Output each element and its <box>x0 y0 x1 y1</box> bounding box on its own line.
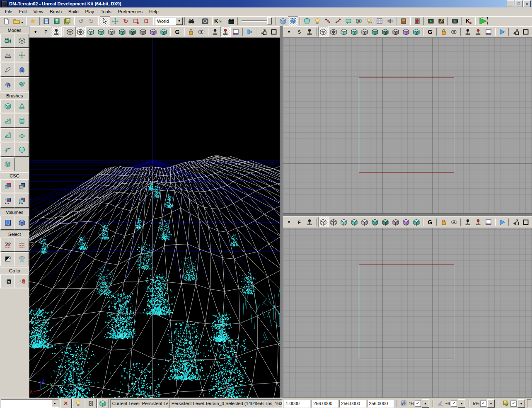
build-paths-button[interactable] <box>322 16 333 26</box>
audio-realtime-button[interactable] <box>220 27 231 37</box>
brush-polys-toggle-button[interactable] <box>278 16 288 26</box>
brush-wireframe-mode-button[interactable] <box>318 217 329 227</box>
lightbulb-status-button[interactable] <box>73 399 84 408</box>
combo-caret-icon[interactable]: ▼ <box>51 400 58 407</box>
invert-selection-button[interactable] <box>0 252 15 266</box>
light-complexity-mode-button[interactable] <box>380 217 391 227</box>
combo-caret-icon[interactable]: ▼ <box>176 17 183 25</box>
wireframe-mode-button[interactable] <box>75 27 86 37</box>
menu-tools[interactable]: Tools <box>97 8 115 15</box>
audio-realtime-button[interactable] <box>473 217 483 227</box>
draw-scale-field[interactable] <box>284 400 310 408</box>
csg-deintersect-button[interactable] <box>15 194 29 208</box>
wireframe-mode-button[interactable] <box>329 27 339 37</box>
geometry-edit-mode-button[interactable] <box>0 63 15 77</box>
save-all-button[interactable] <box>52 16 62 26</box>
cone-brush-button[interactable] <box>15 99 29 113</box>
menu-play[interactable]: Play <box>82 8 97 15</box>
drag-grid-checkbox[interactable]: ✓ <box>415 401 421 407</box>
game-view-button[interactable]: G <box>172 27 182 37</box>
draw-scale-z-field[interactable] <box>367 400 394 408</box>
csg-add-button[interactable] <box>0 179 15 193</box>
csg-intersect-button[interactable] <box>0 194 15 208</box>
publish-cook-button[interactable] <box>412 16 422 26</box>
status-combobox[interactable]: ▼ <box>1 399 59 408</box>
wireframe-mode-button[interactable] <box>329 217 339 227</box>
resize-viewport-button[interactable] <box>483 217 493 227</box>
build-geometry-button[interactable] <box>302 16 312 26</box>
save-map-button[interactable] <box>41 16 52 26</box>
viewport-type-label[interactable]: P <box>41 27 51 37</box>
menu-preferences[interactable]: Preferences <box>115 8 146 15</box>
matinee-button[interactable] <box>226 16 236 26</box>
scale-tool-button[interactable] <box>131 16 141 26</box>
game-view-button[interactable]: G <box>425 27 435 37</box>
front-viewport[interactable] <box>283 228 532 398</box>
camera-joystick-button[interactable] <box>210 27 220 37</box>
realtime-toggle-button[interactable] <box>51 27 61 37</box>
lightmap-density-mode-button[interactable] <box>158 27 169 37</box>
lit-mode-button[interactable] <box>349 217 360 227</box>
redo-button[interactable]: ↻ <box>86 16 97 26</box>
game-view-button[interactable]: G <box>425 217 435 227</box>
menu-brush[interactable]: Brush <box>46 8 65 15</box>
restore-button[interactable]: □ <box>515 0 522 7</box>
show-flags-button[interactable] <box>449 217 459 227</box>
lit-mode-button[interactable] <box>96 27 106 37</box>
menu-help[interactable]: Help <box>146 8 162 15</box>
find-actors-button[interactable] <box>186 16 197 26</box>
texture-density-mode-button[interactable] <box>138 27 148 37</box>
lighting-only-mode-button[interactable] <box>117 27 127 37</box>
save-copies-button[interactable] <box>62 16 73 26</box>
maximize-viewport-button[interactable] <box>268 27 279 37</box>
lighting-quality-button[interactable] <box>364 16 374 26</box>
brush-wireframe-mode-button[interactable] <box>318 27 329 37</box>
landscape-mode-button[interactable]: L <box>0 77 15 91</box>
rotate-tool-button[interactable]: ↻ <box>121 16 131 26</box>
draw-scale-y-field[interactable] <box>339 400 366 408</box>
undo-button[interactable]: ↺ <box>76 16 86 26</box>
red-x-status-button[interactable]: × <box>60 399 72 408</box>
unlit-mode-button[interactable] <box>339 27 349 37</box>
coordinate-system-combobox[interactable]: World▼ <box>155 17 183 25</box>
texture-density-mode-button[interactable] <box>391 27 401 37</box>
lightmap-density-mode-button[interactable] <box>411 217 421 227</box>
float-viewport-button[interactable] <box>510 217 521 227</box>
clear-paths-button[interactable] <box>353 16 364 26</box>
mesh-paint-mode-button[interactable] <box>15 63 29 77</box>
camera-joystick-button[interactable] <box>462 217 473 227</box>
minimize-button[interactable]: _ <box>507 0 514 7</box>
goto-builder-brush-button[interactable] <box>15 274 29 288</box>
build-ok-status-button[interactable]: ✓ <box>97 399 109 408</box>
camera-joystick-button[interactable] <box>462 27 473 37</box>
add-special-volume-button[interactable] <box>15 216 29 230</box>
lock-viewport-button[interactable] <box>186 27 196 37</box>
editor-preferences-button[interactable] <box>436 16 446 26</box>
camera-mode-button[interactable] <box>0 34 15 48</box>
new-map-button[interactable] <box>1 16 11 26</box>
lighting-only-mode-button[interactable] <box>370 217 380 227</box>
viewport-options-caret[interactable]: ▼ <box>284 217 294 227</box>
menu-view[interactable]: View <box>30 8 47 15</box>
vertical-splitter[interactable] <box>280 26 283 398</box>
detail-lighting-mode-button[interactable] <box>106 27 117 37</box>
play-in-editor-button[interactable] <box>477 16 488 26</box>
translate-tool-button[interactable] <box>110 16 121 26</box>
show-selected-only-button[interactable] <box>0 238 15 252</box>
float-viewport-button[interactable] <box>510 27 521 37</box>
drag-grid-caret[interactable]: ▼ <box>422 399 429 408</box>
build-lighting-button[interactable] <box>312 16 322 26</box>
cube-brush-button[interactable] <box>0 99 15 113</box>
menu-file[interactable]: File <box>2 8 16 15</box>
autosave-caret[interactable]: ▼ <box>517 399 525 408</box>
viewport-type-label[interactable]: F <box>294 217 305 227</box>
linear-staircase-brush-button[interactable] <box>0 128 15 142</box>
realtime-toggle-button[interactable] <box>305 27 315 37</box>
perspective-viewport[interactable] <box>29 38 280 398</box>
texture-density-mode-button[interactable] <box>391 217 401 227</box>
volumetric-brush-button[interactable] <box>0 157 15 171</box>
rotation-grid-checkbox[interactable]: ✓ <box>451 401 457 407</box>
geometry-mode-button[interactable] <box>15 34 29 48</box>
texture-alignment-mode-button[interactable]: T <box>15 48 29 62</box>
horizontal-splitter[interactable] <box>283 214 532 216</box>
